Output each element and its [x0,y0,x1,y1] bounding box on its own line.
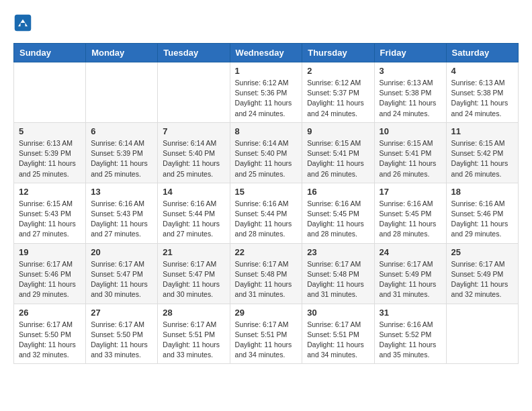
day-number: 27 [91,308,152,318]
day-info: Sunrise: 6:17 AM Sunset: 5:48 PM Dayligh… [235,259,298,300]
calendar-cell: 9Sunrise: 6:15 AM Sunset: 5:41 PM Daylig… [302,122,374,183]
day-info: Sunrise: 6:17 AM Sunset: 5:47 PM Dayligh… [163,259,224,300]
calendar-cell: 13Sunrise: 6:16 AM Sunset: 5:43 PM Dayli… [86,183,158,243]
calendar-cell: 19Sunrise: 6:17 AM Sunset: 5:46 PM Dayli… [14,243,86,304]
day-info: Sunrise: 6:15 AM Sunset: 5:41 PM Dayligh… [380,138,441,179]
calendar-cell: 1Sunrise: 6:12 AM Sunset: 5:36 PM Daylig… [230,62,302,123]
day-info: Sunrise: 6:17 AM Sunset: 5:48 PM Dayligh… [307,259,369,300]
day-info: Sunrise: 6:14 AM Sunset: 5:40 PM Dayligh… [235,138,298,179]
day-info: Sunrise: 6:17 AM Sunset: 5:51 PM Dayligh… [307,320,369,361]
calendar-cell [446,304,518,364]
day-info: Sunrise: 6:16 AM Sunset: 5:44 PM Dayligh… [235,199,298,240]
calendar-cell: 25Sunrise: 6:17 AM Sunset: 5:49 PM Dayli… [446,243,518,304]
calendar-cell: 18Sunrise: 6:16 AM Sunset: 5:46 PM Dayli… [446,183,518,243]
day-info: Sunrise: 6:16 AM Sunset: 5:46 PM Dayligh… [451,199,513,240]
weekday-header: Sunday [14,44,86,62]
day-number: 24 [380,247,441,257]
calendar-cell [14,62,86,123]
day-number: 3 [380,66,441,76]
calendar-week-row: 26Sunrise: 6:17 AM Sunset: 5:50 PM Dayli… [14,304,519,364]
day-number: 10 [380,126,441,136]
day-info: Sunrise: 6:17 AM Sunset: 5:49 PM Dayligh… [380,259,441,300]
day-info: Sunrise: 6:13 AM Sunset: 5:39 PM Dayligh… [19,138,81,179]
weekday-header: Wednesday [230,44,302,62]
day-number: 13 [91,187,152,197]
calendar-cell [158,62,230,123]
calendar-cell: 26Sunrise: 6:17 AM Sunset: 5:50 PM Dayli… [14,304,86,364]
day-number: 1 [235,66,298,76]
calendar-cell: 30Sunrise: 6:17 AM Sunset: 5:51 PM Dayli… [302,304,374,364]
day-number: 9 [307,126,369,136]
calendar-cell [86,62,158,123]
calendar-cell: 28Sunrise: 6:17 AM Sunset: 5:51 PM Dayli… [158,304,230,364]
calendar-cell: 29Sunrise: 6:17 AM Sunset: 5:51 PM Dayli… [230,304,302,364]
day-number: 31 [380,308,441,318]
calendar-cell: 6Sunrise: 6:14 AM Sunset: 5:39 PM Daylig… [86,122,158,183]
day-info: Sunrise: 6:17 AM Sunset: 5:50 PM Dayligh… [19,320,81,361]
day-number: 25 [451,247,513,257]
day-number: 7 [163,126,224,136]
logo-icon [13,13,32,32]
day-info: Sunrise: 6:16 AM Sunset: 5:44 PM Dayligh… [163,199,224,240]
day-info: Sunrise: 6:13 AM Sunset: 5:38 PM Dayligh… [451,78,513,119]
logo [13,13,34,32]
day-info: Sunrise: 6:12 AM Sunset: 5:37 PM Dayligh… [307,78,369,119]
day-info: Sunrise: 6:14 AM Sunset: 5:39 PM Dayligh… [91,138,152,179]
day-number: 28 [163,308,224,318]
day-number: 26 [19,308,81,318]
calendar-cell: 17Sunrise: 6:16 AM Sunset: 5:45 PM Dayli… [374,183,446,243]
calendar-cell: 31Sunrise: 6:16 AM Sunset: 5:52 PM Dayli… [374,304,446,364]
day-number: 5 [19,126,81,136]
calendar-cell: 12Sunrise: 6:15 AM Sunset: 5:43 PM Dayli… [14,183,86,243]
page-header [13,13,519,32]
calendar-cell: 27Sunrise: 6:17 AM Sunset: 5:50 PM Dayli… [86,304,158,364]
weekday-header: Saturday [446,44,518,62]
day-number: 12 [19,187,81,197]
day-number: 2 [307,66,369,76]
calendar-table: SundayMondayTuesdayWednesdayThursdayFrid… [13,43,519,364]
day-number: 23 [307,247,369,257]
day-info: Sunrise: 6:12 AM Sunset: 5:36 PM Dayligh… [235,78,298,119]
calendar-cell: 14Sunrise: 6:16 AM Sunset: 5:44 PM Dayli… [158,183,230,243]
calendar-cell: 8Sunrise: 6:14 AM Sunset: 5:40 PM Daylig… [230,122,302,183]
day-info: Sunrise: 6:14 AM Sunset: 5:40 PM Dayligh… [163,138,224,179]
calendar-cell: 22Sunrise: 6:17 AM Sunset: 5:48 PM Dayli… [230,243,302,304]
calendar-cell: 5Sunrise: 6:13 AM Sunset: 5:39 PM Daylig… [14,122,86,183]
day-info: Sunrise: 6:16 AM Sunset: 5:45 PM Dayligh… [307,199,369,240]
day-number: 29 [235,308,298,318]
calendar-cell: 21Sunrise: 6:17 AM Sunset: 5:47 PM Dayli… [158,243,230,304]
day-number: 15 [235,187,298,197]
day-info: Sunrise: 6:16 AM Sunset: 5:52 PM Dayligh… [380,320,441,361]
day-info: Sunrise: 6:15 AM Sunset: 5:43 PM Dayligh… [19,199,81,240]
day-number: 20 [91,247,152,257]
day-info: Sunrise: 6:16 AM Sunset: 5:45 PM Dayligh… [380,199,441,240]
day-number: 11 [451,126,513,136]
day-info: Sunrise: 6:16 AM Sunset: 5:43 PM Dayligh… [91,199,152,240]
day-info: Sunrise: 6:17 AM Sunset: 5:46 PM Dayligh… [19,259,81,300]
day-number: 30 [307,308,369,318]
day-info: Sunrise: 6:15 AM Sunset: 5:42 PM Dayligh… [451,138,513,179]
calendar-week-row: 19Sunrise: 6:17 AM Sunset: 5:46 PM Dayli… [14,243,519,304]
calendar-cell: 11Sunrise: 6:15 AM Sunset: 5:42 PM Dayli… [446,122,518,183]
day-number: 18 [451,187,513,197]
calendar-cell: 23Sunrise: 6:17 AM Sunset: 5:48 PM Dayli… [302,243,374,304]
weekday-header-row: SundayMondayTuesdayWednesdayThursdayFrid… [14,44,519,62]
day-number: 22 [235,247,298,257]
calendar-cell: 16Sunrise: 6:16 AM Sunset: 5:45 PM Dayli… [302,183,374,243]
weekday-header: Tuesday [158,44,230,62]
calendar-week-row: 5Sunrise: 6:13 AM Sunset: 5:39 PM Daylig… [14,122,519,183]
day-number: 19 [19,247,81,257]
calendar-cell: 24Sunrise: 6:17 AM Sunset: 5:49 PM Dayli… [374,243,446,304]
weekday-header: Monday [86,44,158,62]
calendar-cell: 10Sunrise: 6:15 AM Sunset: 5:41 PM Dayli… [374,122,446,183]
day-info: Sunrise: 6:17 AM Sunset: 5:49 PM Dayligh… [451,259,513,300]
day-number: 17 [380,187,441,197]
day-number: 14 [163,187,224,197]
calendar-cell: 4Sunrise: 6:13 AM Sunset: 5:38 PM Daylig… [446,62,518,123]
day-info: Sunrise: 6:13 AM Sunset: 5:38 PM Dayligh… [380,78,441,119]
day-info: Sunrise: 6:15 AM Sunset: 5:41 PM Dayligh… [307,138,369,179]
day-info: Sunrise: 6:17 AM Sunset: 5:51 PM Dayligh… [163,320,224,361]
calendar-cell: 3Sunrise: 6:13 AM Sunset: 5:38 PM Daylig… [374,62,446,123]
calendar-cell: 15Sunrise: 6:16 AM Sunset: 5:44 PM Dayli… [230,183,302,243]
calendar-week-row: 1Sunrise: 6:12 AM Sunset: 5:36 PM Daylig… [14,62,519,123]
